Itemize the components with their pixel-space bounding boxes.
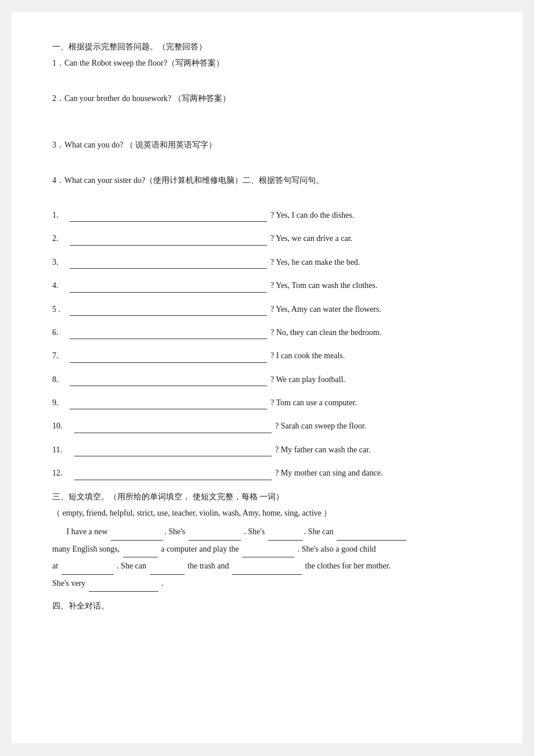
answer-item-12: 12. ? My mother can sing and dance. [52, 467, 482, 480]
answer-text-2: ? Yes, we can drive a car. [270, 232, 352, 245]
passage-l2-start: many English songs, [52, 545, 120, 553]
answer-text-9: ? Tom can use a computer. [270, 397, 357, 409]
answer-item-11: 11. ? My father can wash the car. [52, 444, 482, 456]
question-1: 1．Can the Robot sweep the floor?（写两种答案） [52, 57, 482, 70]
answer-text-10: ? Sarah can sweep the floor. [275, 420, 366, 433]
answer-text-4: ? Yes, Tom can wash the clothes. [270, 279, 377, 292]
answer-item-2: 2. ? Yes, we can drive a car. [52, 232, 482, 245]
item-num-10: 10. [52, 420, 73, 433]
question-2: 2．Can your brother do housework? （写两种答案） [52, 92, 482, 105]
passage-indent [52, 527, 64, 536]
answer-blank-1[interactable] [70, 213, 267, 222]
passage-l3-mid: . She can [117, 561, 146, 570]
answer-blank-9[interactable] [70, 400, 267, 409]
passage-l1-start: I have a new [67, 527, 108, 536]
passage-shes1: She's [168, 527, 185, 536]
item-num-11: 11. [52, 444, 73, 456]
answer-item-7: 7. ? I can cook the meals. [52, 350, 482, 362]
fill-blank-4[interactable] [337, 540, 406, 541]
answer-item-5: 5 . ? Yes, Amy can water the flowers. [52, 303, 482, 316]
answer-blank-10[interactable] [74, 424, 272, 433]
passage-shes2: She's [248, 527, 265, 536]
section3-words: （ empty, friend, helpful, strict, use, t… [52, 507, 482, 520]
answer-item-3: 3. ? Yes, he can make the bed. [52, 256, 482, 269]
answer-item-1: 1. ? Yes, I can do the dishes. [52, 209, 482, 222]
item-num-1: 1. [52, 209, 68, 222]
answer-text-12: ? My mother can sing and dance. [275, 467, 383, 480]
answer-item-9: 9. ? Tom can use a computer. [52, 397, 482, 409]
passage-l2-end: . She's also a good child [298, 545, 376, 553]
fill-blank-5[interactable] [123, 557, 158, 557]
passage-l3-end: the clothes for her mother. [305, 561, 391, 570]
question-2-block: 2．Can your brother do housework? （写两种答案） [52, 92, 482, 131]
question-4-block: 4．What can your sister do?（使用计算机和维修电脑）二、… [52, 174, 482, 201]
section2-items: 1. ? Yes, I can do the dishes. 2. ? Yes,… [52, 209, 482, 480]
section3: 三、短文填空。（用所给的单词填空， 使短文完整，每格 一词） （ empty, … [52, 491, 482, 592]
fill-blank-9[interactable] [232, 574, 302, 575]
answer-blank-2[interactable] [70, 236, 267, 246]
answer-item-4: 4. ? Yes, Tom can wash the clothes. [52, 279, 482, 292]
section3-title: 三、短文填空。（用所给的单词填空， 使短文完整，每格 一词） [52, 491, 482, 503]
fill-blank-1[interactable] [111, 540, 163, 541]
passage-l2-mid: a computer and play the [161, 545, 239, 553]
passage-l3-start: at [52, 561, 58, 570]
fill-blank-8[interactable] [150, 574, 185, 575]
answer-item-10: 10. ? Sarah can sweep the floor. [52, 420, 482, 433]
answer-text-11: ? My father can wash the car. [275, 444, 370, 456]
fill-blank-7[interactable] [62, 574, 114, 575]
fill-blank-2[interactable] [189, 540, 241, 541]
answer-blank-8[interactable] [70, 377, 267, 386]
passage-l4: She's very [52, 579, 85, 588]
passage-l4-end: . [161, 579, 164, 588]
fill-blank-6[interactable] [242, 557, 294, 557]
answer-item-8: 8. ? We can play football. [52, 373, 482, 386]
item-num-6: 6. [52, 326, 68, 339]
item-num-3: 3. [52, 256, 68, 269]
question-3-block: 3．What can you do? （ 说英语和用英语写字） [52, 139, 482, 165]
answer-blank-12[interactable] [74, 471, 272, 480]
answer-blank-6[interactable] [70, 330, 267, 339]
answer-text-5: ? Yes, Amy can water the flowers. [270, 303, 381, 316]
answer-text-1: ? Yes, I can do the dishes. [270, 209, 354, 222]
passage-l3-mid2: the trash and [187, 561, 229, 570]
answer-text-3: ? Yes, he can make the bed. [270, 256, 360, 269]
item-num-7: 7. [52, 350, 68, 362]
item-num-2: 2. [52, 232, 68, 245]
item-num-12: 12. [52, 467, 73, 480]
passage-shecan: She can [308, 527, 334, 536]
item-num-4: 4. [52, 279, 68, 292]
fill-blank-3[interactable] [268, 540, 303, 541]
answer-blank-3[interactable] [70, 260, 267, 269]
answer-blank-11[interactable] [74, 447, 272, 456]
item-num-9: 9. [52, 397, 68, 409]
answer-text-7: ? I can cook the meals. [270, 350, 345, 362]
item-num-8: 8. [52, 373, 68, 386]
answer-item-6: 6. ? No, they can clean the bedroom. [52, 326, 482, 339]
answer-blank-4[interactable] [70, 283, 267, 293]
answer-text-8: ? We can play football. [270, 373, 345, 386]
item-num-5: 5 . [52, 303, 68, 316]
section4-title: 四、补全对话。 [52, 600, 482, 613]
question-1-block: 1．Can the Robot sweep the floor?（写两种答案） [52, 57, 482, 84]
passage-text: I have a new . She's . She's . She can m… [52, 523, 482, 592]
question-4: 4．What can your sister do?（使用计算机和维修电脑）二、… [52, 174, 482, 187]
worksheet-page: 一、根据提示完整回答问题。（完整回答） 1．Can the Robot swee… [12, 12, 522, 743]
answer-blank-5[interactable] [70, 307, 267, 316]
fill-blank-10[interactable] [89, 591, 158, 592]
question-3: 3．What can you do? （ 说英语和用英语写字） [52, 139, 482, 152]
answer-text-6: ? No, they can clean the bedroom. [270, 326, 381, 339]
answer-blank-7[interactable] [70, 354, 267, 363]
section1-title: 一、根据提示完整回答问题。（完整回答） [52, 41, 482, 53]
